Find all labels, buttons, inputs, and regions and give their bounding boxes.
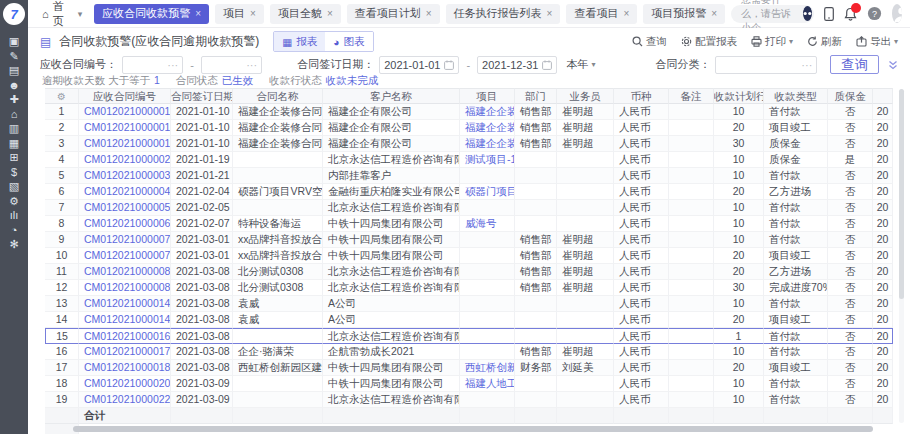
close-icon[interactable]: × bbox=[426, 8, 432, 19]
period-select[interactable]: 本年▾ bbox=[562, 57, 599, 72]
vertical-scrollbar[interactable] bbox=[899, 89, 904, 423]
table-row[interactable]: 19CM0120210000222021-03-09北京永达信工程造价咨询有限公… bbox=[45, 392, 897, 408]
contract-no-link[interactable]: CM012021000016 bbox=[79, 328, 171, 344]
expand-filters-icon[interactable] bbox=[888, 60, 898, 70]
customers-icon[interactable]: ☻ bbox=[0, 78, 28, 93]
category-input[interactable]: ··· bbox=[715, 56, 817, 74]
help-icon[interactable]: ? bbox=[867, 6, 882, 22]
close-icon[interactable]: × bbox=[623, 8, 629, 19]
contract-no-to-input[interactable]: ··· bbox=[201, 56, 262, 74]
table-row[interactable]: 4CM0120210000022021-01-19北京永达信工程造价咨询有限公司… bbox=[45, 152, 897, 168]
contract-no-link[interactable]: CM012021000014 bbox=[79, 312, 171, 328]
chart-view-button[interactable]: ◕ 图表 bbox=[325, 32, 372, 51]
contract-no-link[interactable]: CM012021000020 bbox=[79, 376, 171, 392]
column-header[interactable]: 质保金 bbox=[828, 88, 873, 104]
close-icon[interactable]: × bbox=[711, 8, 717, 19]
tab-项目全貌[interactable]: 项目全貌× bbox=[270, 4, 341, 24]
contract-no-link[interactable]: CM012021000008 bbox=[79, 264, 171, 280]
table-row[interactable]: 14CM0120210000142021-03-08袁威A公司人民币20项目竣工… bbox=[45, 312, 897, 328]
project-link[interactable]: 福建企企装修项 bbox=[460, 136, 515, 152]
timesheet-icon[interactable]: ◔ bbox=[0, 223, 28, 238]
contract-no-link[interactable]: CM012021000022 bbox=[79, 392, 171, 408]
contract-no-link[interactable]: CM012021000005 bbox=[79, 200, 171, 216]
horizontal-scroll-thumb[interactable] bbox=[73, 426, 873, 432]
column-header[interactable]: 币种 bbox=[614, 88, 669, 104]
projects-icon[interactable]: ⌂ bbox=[0, 107, 28, 122]
table-row[interactable]: 2CM0120210000012021-01-10福建企企装修合同福建企企有限公… bbox=[45, 120, 897, 136]
contract-no-link[interactable]: CM012021000007 bbox=[79, 232, 171, 248]
assistant-search[interactable]: 您需要什么，请告诉小企 bbox=[731, 5, 814, 23]
contract-edit-icon[interactable]: ✎ bbox=[0, 49, 28, 64]
column-header[interactable]: 部门 bbox=[515, 88, 557, 104]
table-row[interactable]: 12CM0120210000082021-03-08北分测试0308北京永达信工… bbox=[45, 280, 897, 296]
search-action-button[interactable]: 查询 bbox=[632, 35, 667, 49]
column-header[interactable]: 收款类型 bbox=[764, 88, 828, 104]
tab-查看项目[interactable]: 查看项目× bbox=[566, 4, 637, 24]
column-header[interactable]: 备注 bbox=[669, 88, 714, 104]
table-row[interactable]: 13CM0120210000142021-03-08袁威A公司人民币10首付款否… bbox=[45, 296, 897, 312]
column-header[interactable]: 收款计划行 bbox=[714, 88, 764, 104]
close-icon[interactable]: × bbox=[547, 8, 553, 19]
calendar-icon[interactable]: ▦ bbox=[0, 136, 28, 151]
analytics-icon[interactable]: ılı bbox=[0, 208, 28, 223]
tab-应收合同收款预警[interactable]: 应收合同收款预警× bbox=[94, 4, 209, 24]
contract-no-link[interactable]: CM012021000001 bbox=[79, 104, 171, 120]
gear-action-button[interactable]: 配置报表 bbox=[681, 35, 737, 49]
table-row[interactable]: 11CM0120210000082021-03-08北分测试0308北京永达信工… bbox=[45, 264, 897, 280]
home-tab[interactable]: ⌂ 首页 ▾ bbox=[36, 0, 88, 29]
contract-no-from-input[interactable]: ··· bbox=[122, 56, 183, 74]
mobile-app-icon[interactable] bbox=[824, 6, 834, 22]
column-settings-icon[interactable]: ⚙ bbox=[45, 88, 79, 104]
tab-项目[interactable]: 项目× bbox=[215, 4, 264, 24]
column-header[interactable] bbox=[873, 88, 893, 104]
project-link[interactable]: 福建企企装修项 bbox=[460, 120, 515, 136]
table-row[interactable]: 7CM0120210000052021-02-05北京永达信工程造价咨询有限公司… bbox=[45, 200, 897, 216]
table-row[interactable]: 8CM0120210000062021-02-07特种设备海运中铁十四局集团有限… bbox=[45, 216, 897, 232]
tab-项目预报警[interactable]: 项目预报警× bbox=[643, 4, 725, 24]
contract-no-link[interactable]: CM012021000017 bbox=[79, 344, 171, 360]
workspace-icon[interactable]: ▣ bbox=[0, 34, 28, 49]
contract-no-link[interactable]: CM012021000003 bbox=[79, 168, 171, 184]
app-logo[interactable]: 7 bbox=[3, 3, 25, 25]
table-row[interactable]: 3CM0120210000012021-01-10福建企企装修合同福建企企有限公… bbox=[45, 136, 897, 152]
vertical-scroll-thumb[interactable] bbox=[899, 89, 904, 299]
printer-action-button[interactable]: 打印▾ bbox=[751, 35, 793, 49]
project-link[interactable]: 福建人地工程集 bbox=[460, 376, 515, 392]
contract-no-link[interactable]: CM012021000008 bbox=[79, 280, 171, 296]
close-icon[interactable]: × bbox=[195, 8, 201, 19]
column-header[interactable]: 客户名称 bbox=[323, 88, 460, 104]
finance-icon[interactable]: $ bbox=[0, 165, 28, 180]
contract-no-link[interactable]: CM012021000006 bbox=[79, 216, 171, 232]
project-link[interactable]: 硕器门项目VRV bbox=[460, 184, 515, 200]
ledger-icon[interactable]: ▤ bbox=[0, 63, 28, 78]
contract-no-link[interactable]: CM012021000004 bbox=[79, 184, 171, 200]
table-row[interactable]: 17CM0120210000182021-03-08西虹桥创新园区建设项目...… bbox=[45, 360, 897, 376]
contract-no-link[interactable]: CM012021000007 bbox=[79, 248, 171, 264]
column-header[interactable]: 项目 bbox=[460, 88, 515, 104]
table-row[interactable]: 5CM0120210000032021-01-21内部挂靠客户人民币10首付款否… bbox=[45, 168, 897, 184]
column-header[interactable]: 合同签订日期 bbox=[171, 88, 233, 104]
settings-icon[interactable]: ⚙ bbox=[0, 194, 28, 209]
contract-no-link[interactable]: CM012021000001 bbox=[79, 120, 171, 136]
horizontal-scrollbar[interactable] bbox=[45, 426, 900, 432]
report-doc-icon[interactable]: ▧ bbox=[0, 179, 28, 194]
contract-no-link[interactable]: CM012021000018 bbox=[79, 360, 171, 376]
project-link[interactable]: 西虹桥创新园区 bbox=[460, 360, 515, 376]
table-row[interactable]: 6CM0120210000042021-02-04硕器门项目VRV空调供应...… bbox=[45, 184, 897, 200]
export-action-button[interactable]: 导出▾ bbox=[856, 35, 898, 49]
notifications-bell-icon[interactable] bbox=[844, 6, 857, 22]
column-header[interactable]: 应收合同编号 bbox=[79, 88, 171, 104]
query-button[interactable]: 查询 bbox=[830, 55, 879, 74]
contract-no-link[interactable]: CM012021000014 bbox=[79, 296, 171, 312]
table-row[interactable]: 15CM0120210000162021-03-08北京永达信工程造价咨询有限公… bbox=[45, 328, 897, 344]
table-row[interactable]: 16CM0120210000172021-03-08企企·骆满荣企航雷勃成长20… bbox=[45, 344, 897, 360]
tab-任务执行报告列表[interactable]: 任务执行报告列表× bbox=[446, 4, 561, 24]
contract-no-link[interactable]: CM012021000001 bbox=[79, 136, 171, 152]
project-link[interactable]: 测试项目-1 bbox=[460, 152, 515, 168]
hr-card-icon[interactable]: ▥ bbox=[0, 121, 28, 136]
apps-icon[interactable]: ⊞ bbox=[0, 150, 28, 165]
refresh-action-button[interactable]: 刷新 bbox=[807, 35, 842, 49]
user-avatar[interactable] bbox=[892, 4, 902, 23]
report-view-button[interactable]: ▦ 报表 bbox=[274, 32, 325, 51]
date-from-input[interactable]: 2021-01-01 bbox=[379, 56, 459, 74]
